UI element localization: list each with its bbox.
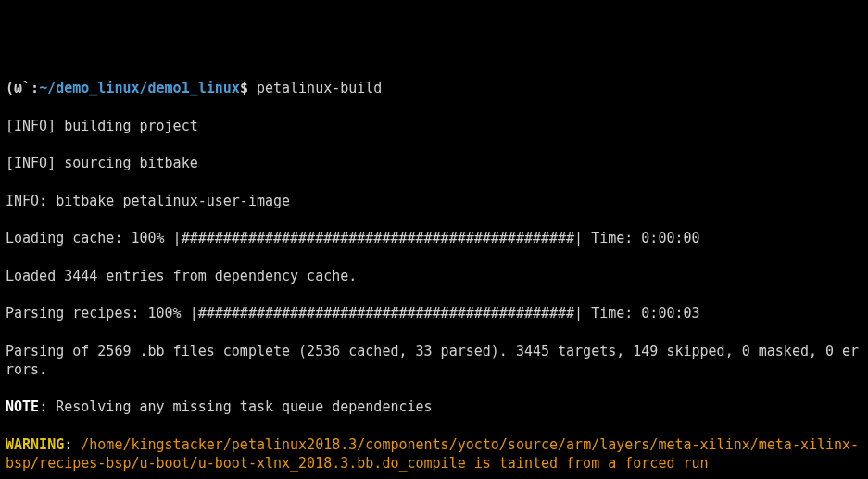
note-text: : Resolving any missing task queue depen… — [39, 398, 432, 415]
note-line: NOTE: Resolving any missing task queue d… — [6, 397, 862, 416]
prompt-suffix: $ — [240, 80, 257, 96]
output-line: INFO: bitbake petalinux-user-image — [6, 192, 862, 210]
progress-line-loading-cache: Loading cache: 100% |###################… — [6, 229, 862, 247]
note-label: NOTE — [6, 398, 39, 415]
output-line: Parsing of 2569 .bb files complete (2536… — [6, 342, 862, 380]
prompt-path: ~/demo_linux/demo1_linux — [39, 80, 240, 96]
warning-separator: : — [64, 436, 81, 453]
desktop-indicator: (ω` — [6, 80, 31, 96]
warning-path: /home/kingstacker/petalinux2018.3/compon… — [6, 436, 859, 472]
command-input[interactable]: petalinux-build — [257, 80, 382, 96]
prompt-separator: : — [31, 80, 39, 96]
progress-line-parsing: Parsing recipes: 100% |#################… — [6, 304, 862, 322]
output-line: [INFO] sourcing bitbake — [6, 154, 862, 172]
output-line: Loaded 3444 entries from dependency cach… — [6, 267, 862, 285]
prompt-line: (ω`:~/demo_linux/demo1_linux$ petalinux-… — [6, 79, 862, 97]
warning-label: WARNING — [6, 436, 64, 453]
warning-line: WARNING: /home/kingstacker/petalinux2018… — [6, 435, 862, 473]
output-line: [INFO] building project — [6, 117, 862, 135]
